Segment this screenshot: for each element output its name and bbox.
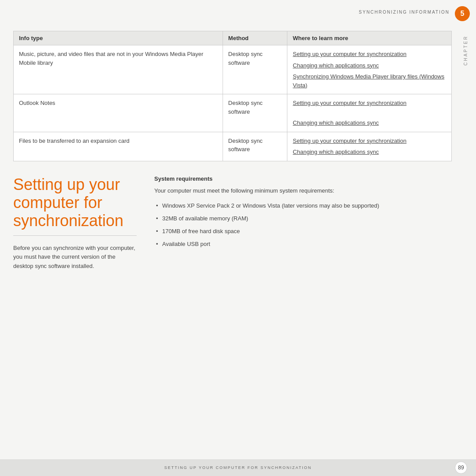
row2-info-type: Outlook Notes — [14, 94, 223, 132]
chapter-label: CHAPTER — [463, 35, 468, 66]
page-header-title: SYNCHRONIZING INFORMATION — [359, 10, 450, 15]
row1-link2[interactable]: Changing which applications sync — [293, 61, 446, 70]
row3-info-type: Files to be transferred to an expansion … — [14, 132, 223, 161]
bullet-item: 32MB of available memory (RAM) — [154, 214, 452, 223]
table-row: Music, picture, and video files that are… — [14, 45, 452, 94]
row1-info-type: Music, picture, and video files that are… — [14, 45, 223, 94]
footer-text: SETTING UP YOUR COMPUTER FOR SYNCHRONIZA… — [164, 465, 312, 470]
section-divider — [13, 235, 137, 236]
chapter-number-badge: 5 — [455, 6, 470, 21]
subsection-intro: Your computer must meet the following mi… — [154, 186, 452, 196]
subsection-title: System requirements — [154, 175, 452, 182]
row2-method: Desktop sync software — [223, 94, 287, 132]
table-row: Files to be transferred to an expansion … — [14, 132, 452, 161]
section-title: Setting up your computer for synchroniza… — [13, 175, 137, 230]
col-header-info-type: Info type — [14, 31, 223, 45]
row2-link1[interactable]: Setting up your computer for synchroniza… — [293, 99, 446, 108]
right-column: System requirements Your computer must m… — [154, 175, 452, 271]
bullet-item: Windows XP Service Pack 2 or Windows Vis… — [154, 201, 452, 211]
col-header-learn-more: Where to learn more — [287, 31, 452, 45]
table-row: Outlook Notes Desktop sync software Sett… — [14, 94, 452, 132]
row1-link3[interactable]: Synchronizing Windows Media Player libra… — [293, 72, 446, 89]
row1-link1[interactable]: Setting up your computer for synchroniza… — [293, 50, 446, 59]
bullet-item: 170MB of free hard disk space — [154, 227, 452, 236]
row3-link2[interactable]: Changing which applications sync — [293, 148, 446, 156]
bullet-item: Available USB port — [154, 240, 452, 249]
row3-method: Desktop sync software — [223, 132, 287, 161]
page-number: 89 — [455, 461, 467, 474]
bottom-section: Setting up your computer for synchroniza… — [13, 175, 452, 271]
row2-links: Setting up your computer for synchroniza… — [287, 94, 452, 132]
row3-links: Setting up your computer for synchroniza… — [287, 132, 452, 161]
col-header-method: Method — [223, 31, 287, 45]
row1-links: Setting up your computer for synchroniza… — [287, 45, 452, 94]
row1-method: Desktop sync software — [223, 45, 287, 94]
footer: SETTING UP YOUR COMPUTER FOR SYNCHRONIZA… — [0, 459, 476, 476]
main-content: Info type Method Where to learn more Mus… — [13, 26, 452, 454]
row3-link1[interactable]: Setting up your computer for synchroniza… — [293, 137, 446, 145]
left-column: Setting up your computer for synchroniza… — [13, 175, 137, 271]
requirements-list: Windows XP Service Pack 2 or Windows Vis… — [154, 201, 452, 249]
sync-table: Info type Method Where to learn more Mus… — [13, 31, 452, 161]
section-intro-text: Before you can synchronize with your com… — [13, 244, 137, 271]
row2-link2[interactable]: Changing which applications sync — [293, 119, 446, 127]
